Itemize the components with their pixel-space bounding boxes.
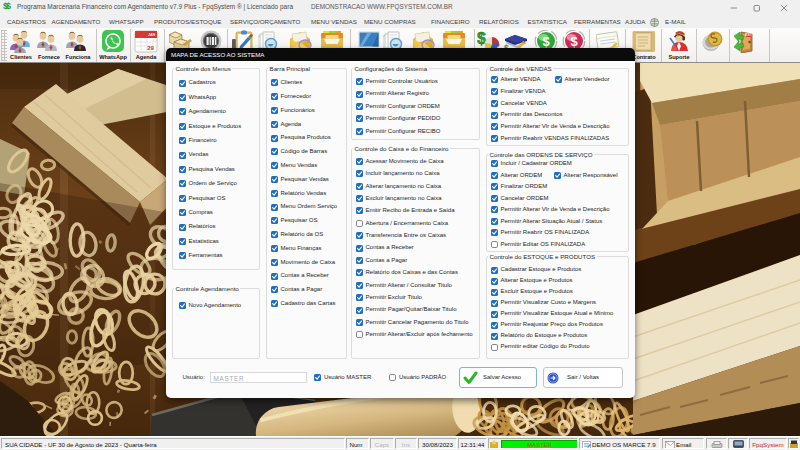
svg-text:JAN: JAN: [148, 33, 155, 37]
svg-text:EXIT: EXIT: [745, 33, 752, 37]
svg-text:29: 29: [147, 45, 154, 51]
svg-text:$: $: [570, 34, 578, 49]
svg-text:$: $: [542, 34, 550, 49]
